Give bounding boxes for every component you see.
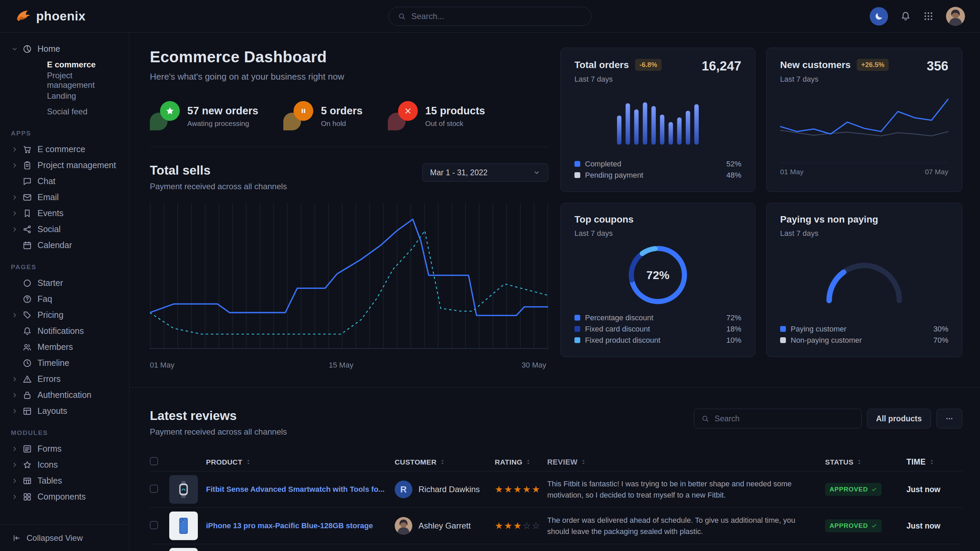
stat-value: 57 new orders — [187, 105, 258, 117]
sidebar-item-label: Calendar — [37, 240, 72, 250]
notifications-bell-icon[interactable] — [900, 11, 911, 21]
sort-icon — [245, 459, 251, 465]
sidebar-item-email[interactable]: Email — [8, 189, 122, 205]
sidebar-item-social[interactable]: Social — [8, 221, 122, 237]
customer-cell[interactable]: RRichard Dawkins — [395, 481, 495, 498]
global-search-input[interactable] — [411, 11, 582, 21]
main-content: Ecommerce Dashboard Here's what's going … — [129, 33, 980, 551]
column-header-product[interactable]: PRODUCT — [206, 458, 395, 466]
apps-grid-icon[interactable] — [923, 11, 934, 21]
product-image[interactable] — [169, 511, 206, 540]
sidebar-item-members[interactable]: Members — [8, 339, 122, 355]
ellipsis-icon — [945, 414, 954, 423]
chevron-right-icon — [11, 493, 18, 501]
user-avatar[interactable] — [946, 7, 965, 26]
sidebar-item-icons[interactable]: Icons — [8, 457, 122, 473]
sidebar-item-label: Home — [37, 44, 60, 54]
reviews-search[interactable] — [694, 409, 862, 429]
donut-center-label: 72% — [625, 243, 690, 307]
card-title: New customers — [780, 60, 851, 70]
column-header-rating[interactable]: RATING — [495, 458, 547, 466]
stat-caption: Out of stock — [425, 119, 485, 128]
legend-label: Fixed product discount — [585, 336, 660, 345]
customer-cell[interactable]: Ashley Garrett — [395, 517, 495, 535]
sidebar-item-timeline[interactable]: Timeline — [8, 355, 122, 371]
customer-avatar — [395, 517, 412, 535]
sidebar-item-starter[interactable]: Starter — [8, 275, 122, 291]
card-title: Total orders — [574, 60, 629, 70]
sidebar-item-tables[interactable]: Tables — [8, 473, 122, 489]
column-header-review[interactable]: REVIEW — [547, 456, 825, 468]
reviews-search-input[interactable] — [715, 414, 854, 423]
all-products-button[interactable]: All products — [867, 409, 931, 429]
sidebar-item-home[interactable]: Home — [8, 41, 122, 57]
select-all-checkbox[interactable] — [150, 457, 158, 465]
sidebar-item-layouts[interactable]: Layouts — [8, 403, 122, 419]
users-icon — [22, 342, 32, 352]
sidebar-item-label: Project management — [37, 160, 116, 170]
kpi-cards: Total orders -6.8% Last 7 days 16,247 Co… — [560, 48, 962, 357]
collapse-icon — [12, 534, 21, 543]
sidebar-item-forms[interactable]: Forms — [8, 441, 122, 457]
status-badge: APPROVED — [825, 519, 881, 532]
sidebar-item-label: Tables — [37, 476, 62, 486]
sidebar-item-pricing[interactable]: Pricing — [8, 307, 122, 323]
sidebar-item-label: Chat — [37, 176, 56, 186]
sort-icon — [525, 459, 531, 465]
chart-legend: Completed52%Pending payment48% — [574, 158, 741, 181]
sidebar-item-errors[interactable]: Errors — [8, 371, 122, 387]
column-header-time[interactable]: TIME — [907, 457, 962, 467]
product-image[interactable] — [169, 548, 206, 551]
sidebar-section-title: APPS — [11, 130, 122, 137]
latest-reviews-title: Latest reviews — [150, 409, 287, 423]
product-link[interactable]: Fitbit Sense Advanced Smartwatch with To… — [206, 485, 395, 494]
review-time: Just now — [907, 485, 962, 494]
customer-name: Ashley Garrett — [418, 521, 471, 530]
global-search[interactable] — [388, 7, 592, 26]
more-options-button[interactable] — [936, 409, 962, 429]
column-header-status[interactable]: STATUS — [825, 458, 907, 466]
sidebar-item-components[interactable]: Components — [8, 489, 122, 505]
sidebar-item-chat[interactable]: Chat — [8, 173, 122, 189]
card-value: 16,247 — [702, 59, 741, 73]
row-checkbox[interactable] — [150, 484, 158, 493]
sidebar-item-events[interactable]: Events — [8, 205, 122, 221]
chevron-down-icon — [533, 169, 540, 176]
sidebar-item-faq[interactable]: Faq — [8, 291, 122, 307]
brand[interactable]: phoenix — [15, 8, 86, 24]
sidebar-item-e-commerce[interactable]: E commerce — [8, 141, 122, 157]
form-icon — [22, 444, 32, 454]
sort-icon — [856, 459, 862, 465]
legend-label: Pending payment — [585, 171, 643, 180]
sidebar-item-authentication[interactable]: Authentication — [8, 387, 122, 403]
row-checkbox[interactable] — [150, 521, 158, 529]
sidebar-item-project-management[interactable]: Project management — [8, 157, 122, 173]
share-icon — [22, 225, 32, 234]
calendar-icon — [22, 241, 32, 250]
review-text: This Fitbit is fantastic! I was trying t… — [547, 478, 825, 501]
divider — [150, 147, 548, 147]
cart-icon — [22, 144, 32, 154]
legend-label: Percentage discount — [585, 313, 654, 322]
chevron-down-icon — [11, 45, 18, 53]
sidebar-item-label: Layouts — [37, 406, 67, 416]
legend-label: Non-paying customer — [791, 336, 862, 345]
sidebar-subitem-landing[interactable]: Landing — [8, 88, 122, 104]
alert-icon — [22, 374, 32, 384]
pause-icon — [298, 106, 309, 116]
sidebar-subitem-project-management[interactable]: Project management — [8, 73, 122, 88]
chevron-right-icon — [11, 311, 18, 319]
legend-value: 48% — [726, 171, 741, 180]
sidebar-subitem-social-feed[interactable]: Social feed — [8, 104, 122, 119]
chart-legend: Paying customer30%Non-paying customer70% — [780, 323, 948, 346]
sidebar-item-notifications[interactable]: Notifications — [8, 323, 122, 339]
product-image[interactable] — [169, 475, 206, 504]
product-link[interactable]: iPhone 13 pro max-Pacific Blue-128GB sto… — [206, 521, 395, 530]
theme-toggle-button[interactable] — [870, 7, 888, 25]
collapsed-view-toggle[interactable]: Collapsed View — [0, 524, 129, 551]
review-text: The order was delivered ahead of schedul… — [547, 514, 825, 537]
sidebar-item-calendar[interactable]: Calendar — [8, 237, 122, 253]
date-range-select[interactable]: Mar 1 - 31, 2022 — [422, 164, 548, 182]
column-header-customer[interactable]: CUSTOMER — [395, 458, 495, 466]
sidebar-subitem-e-commerce[interactable]: E commerce — [8, 57, 122, 73]
